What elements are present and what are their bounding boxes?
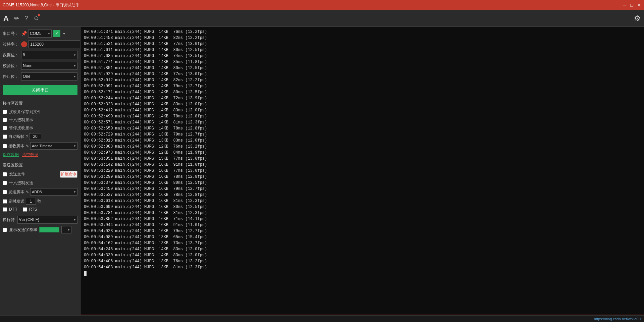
terminal-line: 00:00:53:299 main.c(244) MJPG: 16KB 78ms…	[84, 174, 641, 180]
terminal-line: 00:00:53:781 main.c(244) MJPG: 16KB 81ms…	[84, 210, 641, 216]
minimize-button[interactable]: ─	[623, 2, 627, 8]
terminal-line: 00:00:53:220 main.c(244) MJPG: 16KB 77ms…	[84, 168, 641, 174]
auto-break-checkbox[interactable]	[3, 135, 7, 139]
data-buttons-row: 保存数据 清空数据	[3, 152, 77, 158]
send-script-label[interactable]: 发送脚本	[8, 189, 24, 195]
terminal-cursor	[84, 271, 87, 276]
rts-checkbox[interactable]	[23, 207, 27, 212]
terminal-line: 00:00:52:091 main.c(244) MJPG: 14KB 79ms…	[84, 83, 641, 89]
terminal-line: 00:00:52:328 main.c(244) MJPG: 14KB 83ms…	[84, 101, 641, 107]
hex-send-label[interactable]: 十六进制发送	[9, 180, 33, 186]
stop-bits-select[interactable]: One	[21, 72, 77, 80]
data-bits-label: 数据位：	[3, 52, 21, 58]
newline-label: 换行符	[3, 217, 16, 223]
timed-send-checkbox[interactable]	[3, 199, 7, 204]
restore-button[interactable]: □	[631, 2, 633, 8]
send-script-checkbox[interactable]	[3, 190, 7, 194]
receive-script-checkbox[interactable]	[3, 144, 7, 148]
send-file-checkbox-row: 发送文件	[3, 171, 25, 177]
parity-select[interactable]: None	[21, 62, 77, 70]
terminal-line: 00:00:53:051 main.c(244) MJPG: 15KB 77ms…	[84, 156, 641, 162]
save-data-button[interactable]: 保存数据	[3, 152, 19, 158]
auto-break-value[interactable]	[29, 133, 41, 140]
parity-label: 校验位：	[3, 63, 21, 69]
send-file-checkbox[interactable]	[3, 172, 7, 176]
hex-display-checkbox[interactable]	[3, 118, 7, 122]
terminal-line: 00:00:54:406 main.c(244) MJPG: 13KB 76ms…	[84, 258, 641, 264]
display-send-checkbox[interactable]	[3, 228, 7, 232]
hex-display-row: 十六进制显示	[3, 117, 77, 123]
terminal-line: 00:00:51:771 main.c(244) MJPG: 14KB 85ms…	[84, 59, 641, 65]
terminal-lines: 00:00:51:371 main.c(244) MJPG: 14KB 76ms…	[84, 29, 641, 270]
pause-display-checkbox[interactable]	[3, 126, 7, 130]
main: 串口号： 📌 COM5 ✓ ▼ 波特率： 数据位：	[0, 27, 644, 315]
auto-break-label[interactable]: 自动断帧	[8, 134, 24, 140]
save-to-file-row: 接收并保存到文件	[3, 109, 77, 115]
send-script-select-wrapper: ADD8	[30, 188, 77, 196]
baud-input[interactable]	[29, 40, 80, 48]
baud-input-row	[21, 40, 80, 48]
baud-row: 波特率：	[3, 40, 77, 48]
send-file-row: 发送文件 扩展命令	[3, 171, 77, 178]
settings-icon[interactable]: ⚙	[634, 14, 641, 23]
terminal-line: 00:00:54:162 main.c(244) MJPG: 13KB 73ms…	[84, 240, 641, 246]
timed-send-input[interactable]	[26, 198, 36, 205]
terminal-line: 00:00:52:813 main.c(244) MJPG: 13KB 83ms…	[84, 138, 641, 144]
dtr-checkbox[interactable]	[3, 207, 7, 212]
smiley-icon[interactable]: ☺	[33, 15, 39, 22]
titlebar: COM5,115200,None,8,One - 串口调试助手 ─ □ ✕	[0, 0, 644, 10]
baud-label: 波特率：	[3, 42, 21, 47]
pencil-icon[interactable]: ✏	[14, 15, 19, 22]
expand-command-button[interactable]: 扩展命令	[60, 171, 77, 178]
port-select[interactable]: COM5	[28, 30, 52, 38]
terminal-line: 00:00:51:611 main.c(244) MJPG: 14KB 80ms…	[84, 47, 641, 53]
font-icon[interactable]: A	[3, 14, 9, 23]
auto-break-help-button[interactable]: ?	[26, 135, 28, 139]
newline-select[interactable]: \r\n (CRLF)	[17, 216, 77, 224]
terminal-line: 00:00:53:852 main.c(244) MJPG: 16KB 71ms…	[84, 216, 641, 222]
receive-script-label[interactable]: 接收脚本	[8, 143, 24, 149]
send-script-row: 发送脚本 ✎ ADD8	[3, 188, 77, 196]
data-bits-select-wrapper: 8	[21, 51, 77, 59]
close-button[interactable]: ✕	[637, 2, 641, 8]
terminal-line: 00:00:54:488 main.c(244) MJPG: 13KB 81ms…	[84, 264, 641, 270]
save-to-file-checkbox[interactable]	[3, 110, 7, 114]
pause-display-label[interactable]: 暂停接收显示	[9, 125, 33, 131]
dtr-label[interactable]: DTR	[9, 207, 17, 212]
receive-script-select-wrapper: Add Timesta	[30, 142, 77, 150]
display-send-label[interactable]: 显示发送字符串	[9, 227, 37, 233]
terminal-line: 00:00:51:685 main.c(244) MJPG: 14KB 74ms…	[84, 53, 641, 59]
rts-row: RTS	[23, 207, 37, 212]
terminal-line: 00:00:53:142 main.c(244) MJPG: 16KB 91ms…	[84, 162, 641, 168]
hex-display-label[interactable]: 十六进制显示	[9, 117, 33, 123]
send-file-label[interactable]: 发送文件	[9, 171, 25, 177]
hex-send-row: 十六进制发送	[3, 180, 77, 186]
terminal-line: 00:00:51:531 main.c(244) MJPG: 14KB 77ms…	[84, 41, 641, 47]
save-to-file-label[interactable]: 接收并保存到文件	[9, 109, 41, 115]
data-bits-select[interactable]: 8	[21, 51, 77, 59]
statusbar-url[interactable]: https://blog.csdn.net/while0l1	[594, 317, 641, 321]
terminal-line: 00:00:54:330 main.c(244) MJPG: 14KB 83ms…	[84, 252, 641, 258]
terminal-line: 00:00:53:459 main.c(244) MJPG: 16KB 79ms…	[84, 186, 641, 192]
terminal-line: 00:00:53:944 main.c(244) MJPG: 16KB 91ms…	[84, 222, 641, 228]
terminal-line: 00:00:52:012 main.c(244) MJPG: 14KB 82ms…	[84, 77, 641, 83]
terminal-line: 00:00:52:490 main.c(244) MJPG: 14KB 78ms…	[84, 113, 641, 119]
terminal-panel[interactable]: 00:00:51:371 main.c(244) MJPG: 14KB 76ms…	[80, 27, 644, 315]
display-send-select[interactable]	[61, 226, 71, 233]
close-port-button[interactable]: 关闭串口	[3, 85, 77, 95]
timed-send-label[interactable]: 定时发送	[8, 199, 24, 204]
receive-script-select[interactable]: Add Timesta	[30, 142, 77, 150]
terminal-line: 00:00:52:171 main.c(244) MJPG: 14KB 80ms…	[84, 89, 641, 95]
hex-send-checkbox[interactable]	[3, 181, 7, 185]
newline-row: 换行符 \r\n (CRLF)	[3, 216, 77, 224]
send-script-select[interactable]: ADD8	[30, 188, 77, 196]
rts-label[interactable]: RTS	[29, 207, 37, 212]
clear-data-button[interactable]: 清空数据	[22, 152, 38, 158]
terminal-line: 00:00:54:246 main.c(244) MJPG: 14KB 83ms…	[84, 246, 641, 252]
toolbar-left: A ✏ ? ☺	[3, 14, 39, 23]
terminal-line: 00:00:51:929 main.c(244) MJPG: 14KB 77ms…	[84, 71, 641, 77]
port-check-button[interactable]: ✓	[53, 30, 60, 37]
help-icon[interactable]: ?	[24, 15, 28, 22]
display-send-select-wrapper	[61, 226, 71, 233]
port-row: 串口号： 📌 COM5 ✓ ▼	[3, 30, 77, 38]
